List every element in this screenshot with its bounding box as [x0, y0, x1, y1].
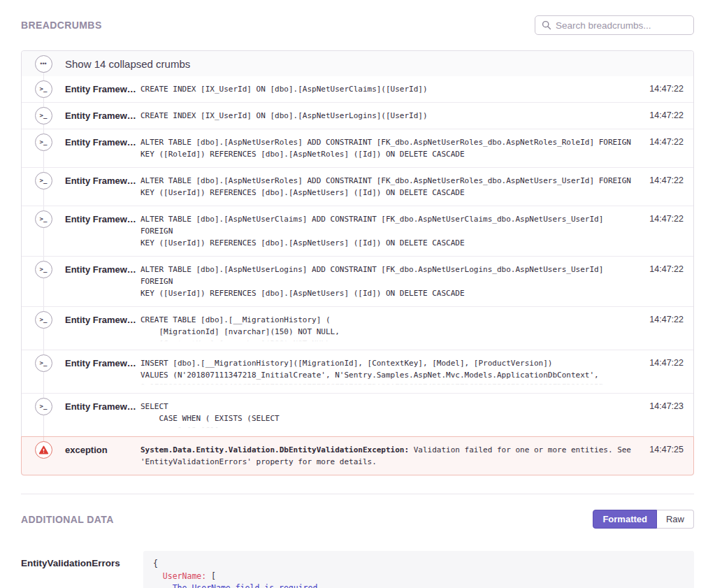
- crumb-category: Entity Framew…: [65, 394, 140, 436]
- raw-button[interactable]: Raw: [657, 510, 694, 529]
- search-icon: [542, 20, 551, 30]
- crumb-icon-cell: >_: [22, 257, 65, 306]
- collapsed-crumbs-label: Show 14 collapsed crumbs: [65, 52, 190, 76]
- crumb-message: CREATE TABLE [dbo].[__MigrationHistory] …: [140, 314, 636, 343]
- crumb-icon-cell: >_: [22, 168, 65, 206]
- crumb-timestamp: 14:47:22: [643, 206, 693, 256]
- json-string-value: The UserName field is required.: [173, 583, 323, 588]
- crumb-icon-cell: >_: [22, 394, 65, 436]
- terminal-icon: >_: [35, 107, 52, 124]
- crumb-message-cell: CREATE TABLE [dbo].[__MigrationHistory] …: [140, 307, 643, 350]
- breadcrumb-row: >_ Entity Framew… CREATE INDEX [IX_UserI…: [22, 76, 693, 102]
- exception-message: System.Data.Entity.Validation.DbEntityVa…: [140, 444, 636, 468]
- show-collapsed-crumbs-button[interactable]: ••• Show 14 collapsed crumbs: [22, 51, 693, 76]
- terminal-icon: >_: [35, 311, 52, 329]
- crumb-icon-cell: >_: [22, 103, 65, 129]
- crumb-category: Entity Framew…: [65, 307, 140, 350]
- crumb-message-cell: CREATE INDEX [IX_UserId] ON [dbo].[AspNe…: [140, 103, 643, 129]
- exception-class-name: System.Data.Entity.Validation.DbEntityVa…: [140, 445, 409, 454]
- crumb-message-cell: CREATE INDEX [IX_UserId] ON [dbo].[AspNe…: [140, 76, 643, 102]
- terminal-icon: >_: [35, 261, 52, 278]
- crumb-message: ALTER TABLE [dbo].[AspNetUserRoles] ADD …: [140, 175, 636, 199]
- code-line: {: [153, 558, 684, 571]
- crumb-message: SELECT CASE WHEN ( EXISTS (SELECT 1 AS […: [140, 401, 636, 429]
- breadcrumbs-search[interactable]: [535, 15, 694, 35]
- search-input[interactable]: [556, 20, 687, 31]
- json-key: UserName:: [163, 571, 206, 581]
- breadcrumb-row: >_ Entity Framew… SELECT CASE WHEN ( EXI…: [22, 393, 693, 436]
- crumb-category: Entity Framew…: [65, 168, 140, 206]
- format-toggle: Formatted Raw: [593, 510, 694, 529]
- crumb-icon-cell: •••: [22, 51, 65, 76]
- breadcrumbs-panel: ••• Show 14 collapsed crumbs >_ Entity F…: [21, 50, 694, 475]
- crumb-message-cell: ALTER TABLE [dbo].[AspNetUserRoles] ADD …: [140, 168, 643, 206]
- crumb-icon-cell: >_: [22, 76, 65, 102]
- entity-validation-errors-key: EntityValidationErrors: [21, 551, 143, 588]
- crumb-timestamp: 14:47:22: [643, 129, 693, 167]
- crumb-category: Entity Framew…: [65, 103, 140, 129]
- breadcrumb-row: >_ Entity Framew… ALTER TABLE [dbo].[Asp…: [22, 206, 693, 256]
- breadcrumb-list: >_ Entity Framew… CREATE INDEX [IX_UserI…: [22, 76, 693, 436]
- crumb-icon-cell: >_: [22, 129, 65, 167]
- crumb-message: ALTER TABLE [dbo].[AspNetUserClaims] ADD…: [140, 213, 636, 249]
- crumb-message: ALTER TABLE [dbo].[AspNetUserRoles] ADD …: [140, 136, 636, 160]
- warning-triangle-icon: [38, 445, 49, 455]
- crumb-message-cell: ALTER TABLE [dbo].[AspNetUserRoles] ADD …: [140, 129, 643, 167]
- crumb-message: ALTER TABLE [dbo].[AspNetUserLogins] ADD…: [140, 264, 636, 299]
- crumb-message-cell: System.Data.Entity.Validation.DbEntityVa…: [140, 437, 643, 475]
- breadcrumb-row: >_ Entity Framew… ALTER TABLE [dbo].[Asp…: [22, 256, 693, 306]
- breadcrumb-row: >_ Entity Framew… INSERT [dbo].[__Migrat…: [22, 350, 693, 393]
- breadcrumbs-header: BREADCRUMBS: [21, 0, 694, 35]
- event-detail-page: BREADCRUMBS ••• Show 14 collapsed crumbs…: [0, 0, 715, 588]
- breadcrumb-row: >_ Entity Framew… ALTER TABLE [dbo].[Asp…: [22, 129, 693, 167]
- crumb-timestamp: 14:47:22: [643, 76, 693, 102]
- crumb-message-cell: INSERT [dbo].[__MigrationHistory]([Migra…: [140, 350, 643, 393]
- crumb-message: INSERT [dbo].[__MigrationHistory]([Migra…: [140, 357, 636, 386]
- crumb-timestamp: 14:47:22: [643, 307, 693, 350]
- breadcrumb-row: >_ Entity Framew… CREATE INDEX [IX_UserI…: [22, 102, 693, 129]
- terminal-icon: >_: [35, 172, 52, 189]
- crumb-icon-cell: >_: [22, 350, 65, 393]
- crumb-category: Entity Framew…: [65, 129, 140, 167]
- crumb-category: exception: [65, 437, 140, 475]
- ellipsis-icon: •••: [35, 55, 52, 73]
- crumb-message-cell: ALTER TABLE [dbo].[AspNetUserLogins] ADD…: [140, 257, 643, 306]
- crumb-message-cell: ALTER TABLE [dbo].[AspNetUserClaims] ADD…: [140, 206, 643, 256]
- crumb-timestamp: 14:47:23: [643, 394, 693, 436]
- code-line: The UserName field is required.: [153, 582, 684, 588]
- additional-data-header: ADDITIONAL DATA Formatted Raw: [21, 494, 694, 529]
- formatted-button[interactable]: Formatted: [593, 510, 657, 529]
- entity-validation-errors-value: { UserName: [ The UserName field is requ…: [143, 551, 694, 588]
- crumb-timestamp: 14:47:22: [643, 257, 693, 306]
- crumb-timestamp: 14:47:22: [643, 103, 693, 129]
- warning-triangle-icon: [35, 441, 52, 459]
- additional-data-title: ADDITIONAL DATA: [21, 514, 114, 525]
- crumb-timestamp: 14:47:25: [643, 437, 693, 475]
- breadcrumb-row: >_ Entity Framew… CREATE TABLE [dbo].[__…: [22, 306, 693, 350]
- breadcrumb-row-exception: exception System.Data.Entity.Validation.…: [21, 436, 694, 475]
- breadcrumb-row: >_ Entity Framew… ALTER TABLE [dbo].[Asp…: [22, 167, 693, 206]
- crumb-icon-cell: [22, 437, 65, 475]
- terminal-icon: >_: [35, 398, 52, 415]
- additional-data-entry: EntityValidationErrors { UserName: [ The…: [21, 551, 694, 588]
- terminal-icon: >_: [35, 80, 52, 98]
- crumb-category: Entity Framew…: [65, 76, 140, 102]
- crumb-timestamp: 14:47:22: [643, 168, 693, 206]
- crumb-icon-cell: >_: [22, 206, 65, 256]
- crumb-category: Entity Framew…: [65, 206, 140, 256]
- terminal-icon: >_: [35, 210, 52, 228]
- crumb-message: CREATE INDEX [IX_UserId] ON [dbo].[AspNe…: [140, 83, 636, 95]
- crumb-message-cell: SELECT CASE WHEN ( EXISTS (SELECT 1 AS […: [140, 394, 643, 436]
- terminal-icon: >_: [35, 134, 52, 151]
- crumb-message: CREATE INDEX [IX_UserId] ON [dbo].[AspNe…: [140, 110, 636, 122]
- json-code-block: { UserName: [ The UserName field is requ…: [143, 551, 694, 588]
- terminal-icon: >_: [35, 354, 52, 372]
- code-line: UserName: [: [153, 571, 684, 583]
- crumb-timestamp: 14:47:22: [643, 350, 693, 393]
- crumb-category: Entity Framew…: [65, 257, 140, 306]
- crumb-category: Entity Framew…: [65, 350, 140, 393]
- breadcrumbs-title: BREADCRUMBS: [21, 20, 102, 31]
- crumb-icon-cell: >_: [22, 307, 65, 350]
